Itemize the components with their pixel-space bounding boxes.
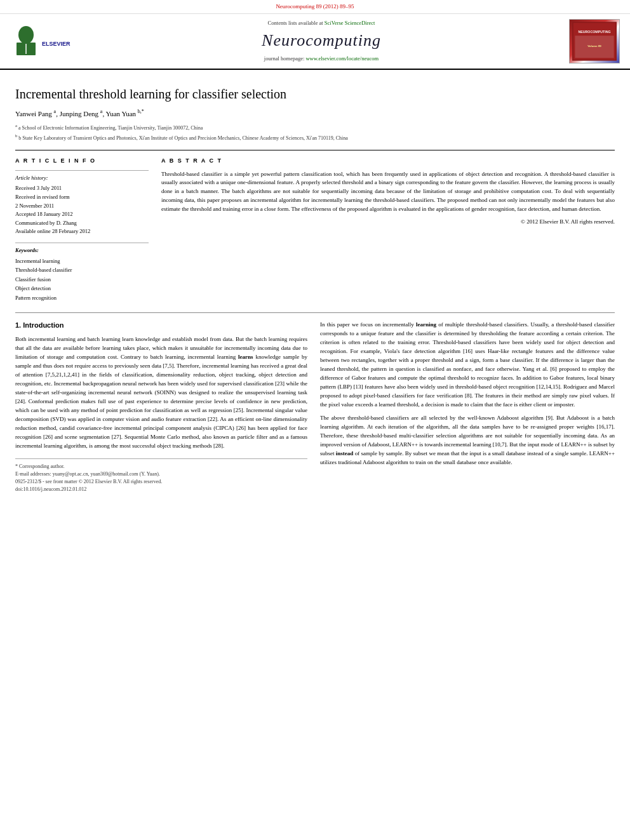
journal-citation-text: Neurocomputing 89 (2012) 89–95 bbox=[276, 3, 354, 10]
body-right-para2: The above threshold-based classifiers ar… bbox=[320, 414, 615, 467]
communicated-by: Communicated by D. Zhang bbox=[15, 219, 149, 228]
affiliation-a-text: a School of Electronic Information Engin… bbox=[18, 124, 203, 130]
keyword-5: Pattern recognition bbox=[15, 293, 149, 302]
available-text: Available online 28 February 2012 bbox=[15, 228, 90, 234]
revised-date-text: 2 November 2011 bbox=[15, 203, 54, 209]
article-history-label: Article history: bbox=[15, 175, 149, 182]
revised-date: 2 November 2011 bbox=[15, 202, 149, 211]
keyword-1: Incremental learning bbox=[15, 257, 149, 265]
received-date: Received 3 July 2011 bbox=[15, 184, 149, 193]
abstract-copyright: © 2012 Elsevier B.V. All rights reserved… bbox=[161, 218, 615, 226]
journal-header: ELSEVIER Contents lists available at Sci… bbox=[0, 14, 630, 70]
abstract-header: A B S T R A C T bbox=[161, 157, 615, 165]
main-content: Incremental threshold learning for class… bbox=[0, 70, 630, 509]
affiliation-a: a a School of Electronic Information Eng… bbox=[15, 123, 615, 132]
revised-text: Received in revised form bbox=[15, 194, 70, 200]
homepage-label: journal homepage: bbox=[264, 55, 306, 62]
section1-title: 1. Introduction bbox=[15, 321, 307, 330]
svg-text:NEUROCOMPUTING: NEUROCOMPUTING bbox=[578, 29, 610, 33]
article-info-abstract-section: A R T I C L E I N F O Article history: R… bbox=[15, 150, 615, 302]
journal-cover-thumbnail: NEUROCOMPUTING Volume 89 bbox=[569, 19, 620, 63]
body-right-para1: In this paper we focus on incrementally … bbox=[320, 321, 615, 409]
communicated-text: Communicated by D. Zhang bbox=[15, 220, 77, 226]
footnote-area: * Corresponding author. E-mail addresses… bbox=[15, 458, 307, 493]
body-left-para1: Both incremental learning and batch lear… bbox=[15, 335, 307, 450]
body-right-column: In this paper we focus on incrementally … bbox=[320, 321, 615, 493]
journal-title: Neurocomputing bbox=[74, 29, 569, 52]
keyword-4: Object detection bbox=[15, 284, 149, 293]
journal-citation-bar: Neurocomputing 89 (2012) 89–95 bbox=[0, 0, 630, 14]
homepage-link[interactable]: www.elsevier.com/locate/neucom bbox=[305, 55, 379, 62]
affiliations: a a School of Electronic Information Eng… bbox=[15, 123, 615, 142]
keyword-2: Threshold-based classifier bbox=[15, 265, 149, 274]
contents-availability-line: Contents lists available at SciVerse Sci… bbox=[74, 20, 569, 27]
body-section: 1. Introduction Both incremental learnin… bbox=[15, 312, 615, 493]
footnote-corresponding: * Corresponding author. bbox=[15, 463, 307, 470]
svg-text:ELSEVIER: ELSEVIER bbox=[42, 41, 70, 47]
affiliation-b: b b State Key Laboratory of Transient Op… bbox=[15, 133, 615, 142]
received-text: Received 3 July 2011 bbox=[15, 185, 62, 191]
cover-image-svg: NEUROCOMPUTING Volume 89 bbox=[572, 19, 617, 63]
contents-text: Contents lists available at bbox=[268, 20, 325, 26]
svg-point-1 bbox=[18, 26, 34, 44]
homepage-line: journal homepage: www.elsevier.com/locat… bbox=[74, 55, 569, 63]
sciverse-link[interactable]: SciVerse ScienceDirect bbox=[325, 20, 375, 26]
accepted-text: Accepted 18 January 2012 bbox=[15, 211, 72, 217]
available-online: Available online 28 February 2012 bbox=[15, 227, 149, 236]
footnote-doi: doi:10.1016/j.neucom.2012.01.012 bbox=[15, 486, 307, 493]
authors-line: Yanwei Pang a, Junping Deng a, Yuan Yuan… bbox=[15, 108, 615, 119]
publisher-logo-area: ELSEVIER bbox=[10, 23, 74, 58]
sciverse-text: SciVerse ScienceDirect bbox=[325, 20, 375, 26]
keywords-label: Keywords: bbox=[15, 247, 149, 255]
accepted-date: Accepted 18 January 2012 bbox=[15, 210, 149, 219]
elsevier-logo-svg: ELSEVIER bbox=[13, 23, 70, 58]
keywords-block: Keywords: Incremental learning Threshold… bbox=[15, 243, 149, 302]
footnote-issn: 0925-2312/$ - see front matter © 2012 El… bbox=[15, 478, 307, 486]
body-left-column: 1. Introduction Both incremental learnin… bbox=[15, 321, 307, 493]
article-info-column: A R T I C L E I N F O Article history: R… bbox=[15, 157, 149, 302]
footnote-email: E-mail addresses: yuany@opt.ac.cn, yuan3… bbox=[15, 470, 307, 478]
journal-header-center: Contents lists available at SciVerse Sci… bbox=[74, 20, 569, 63]
homepage-url: www.elsevier.com/locate/neucom bbox=[305, 55, 379, 62]
affiliation-b-text: b State Key Laboratory of Transient Opti… bbox=[18, 135, 348, 141]
abstract-column: A B S T R A C T Threshold-based classifi… bbox=[161, 157, 615, 302]
svg-text:Volume 89: Volume 89 bbox=[587, 44, 601, 47]
keyword-3: Classifier fusion bbox=[15, 275, 149, 284]
revised-label: Received in revised form bbox=[15, 193, 149, 202]
article-title: Incremental threshold learning for class… bbox=[15, 85, 615, 103]
article-info-header: A R T I C L E I N F O bbox=[15, 157, 149, 165]
article-history-block: Article history: Received 3 July 2011 Re… bbox=[15, 170, 149, 236]
abstract-text: Threshold-based classifier is a simple y… bbox=[161, 170, 615, 215]
